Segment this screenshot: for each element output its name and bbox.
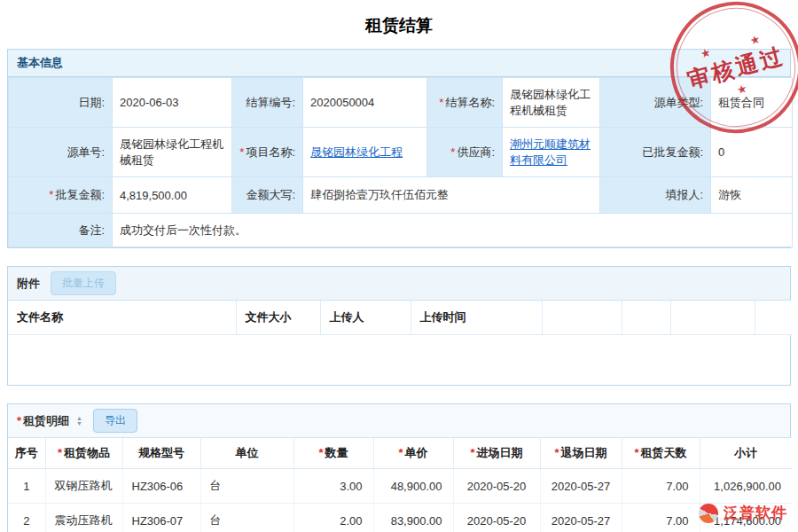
attach-col-filesize: 文件大小 (236, 301, 320, 335)
attach-col-empty (755, 301, 792, 335)
col-exit-date: *退场日期 (540, 438, 622, 469)
amount-words-label: 金额大写: (232, 177, 303, 214)
attach-col-filename: 文件名称 (8, 301, 236, 335)
approval-amount-label-text: 批复金额: (55, 188, 105, 201)
cell-enter-date: 2020-05-20 (453, 469, 540, 504)
required-asterisk: * (239, 145, 244, 159)
col-item: *租赁物品 (45, 438, 122, 469)
cell-days: 7.00 (622, 469, 700, 504)
col-subtotal: 小计 (700, 438, 792, 469)
cell-subtotal: 1,026,900.00 (700, 469, 792, 504)
source-no-label: 源单号: (9, 128, 113, 177)
attachments-header: 附件 批量上传 (8, 267, 790, 301)
cell-exit-date: 2020-05-27 (540, 504, 622, 532)
rental-detail-table: 序号 *租赁物品 规格型号 单位 *数量 *单价 *进场日期 *退场日期 *租赁… (8, 438, 792, 532)
fanpu-logo: 泛普软件 (699, 503, 787, 523)
cell-exit-date: 2020-05-27 (540, 469, 622, 504)
attachments-empty-area (8, 335, 790, 385)
approval-amount-value: 4,819,500.00 (113, 177, 232, 214)
export-button[interactable]: 导出 (93, 409, 137, 433)
reporter-value: 游恢 (711, 177, 793, 214)
rental-detail-title: *租赁明细 (17, 413, 69, 429)
col-price: *单价 (373, 438, 453, 469)
batch-upload-button[interactable]: 批量上传 (51, 271, 116, 295)
col-enter-date: *进场日期 (453, 438, 540, 469)
col-days: *租赁天数 (622, 438, 700, 469)
basic-info-header: 基本信息 (8, 50, 790, 77)
required-asterisk: * (17, 414, 21, 427)
source-type-value: 租赁合同 (711, 78, 793, 128)
required-asterisk: * (450, 145, 455, 159)
project-link[interactable]: 晟铭园林绿化工程 (310, 145, 403, 159)
fanpu-logo-icon (699, 504, 718, 523)
settle-no-value: 2020050004 (303, 78, 427, 128)
fanpu-logo-text: 泛普软件 (724, 503, 787, 523)
required-asterisk: * (398, 446, 403, 459)
attach-col-uploader: 上传人 (320, 301, 411, 335)
cell-qty: 2.00 (293, 504, 373, 532)
supplier-label: *供应商: (427, 128, 503, 177)
cell-item: 震动压路机 (45, 504, 122, 532)
required-asterisk: * (318, 446, 323, 459)
attach-col-empty (622, 301, 670, 335)
sort-down-icon: ▼ (76, 421, 82, 426)
cell-price: 83,900.00 (373, 504, 453, 532)
detail-row: 2 震动压路机 HZ306-07 台 2.00 83,900.00 2020-0… (8, 504, 792, 532)
project-label-text: 项目名称: (246, 145, 295, 159)
cell-qty: 3.00 (293, 469, 373, 504)
basic-info-section: 基本信息 日期: 2020-06-03 结算编号: 2020050004 *结算… (7, 49, 791, 248)
settle-name-label-text: 结算名称: (445, 96, 495, 109)
required-asterisk: * (49, 188, 53, 201)
col-enter-date-text: 进场日期 (477, 446, 523, 459)
col-seq: 序号 (8, 438, 45, 469)
supplier-label-text: 供应商: (457, 145, 495, 159)
required-asterisk: * (439, 96, 443, 109)
project-value: 晟铭园林绿化工程 (303, 128, 427, 177)
attach-col-uploadtime: 上传时间 (411, 301, 542, 335)
cell-spec: HZ306-06 (122, 469, 200, 504)
supplier-link[interactable]: 潮州元顺建筑材料有限公司 (510, 137, 591, 167)
cell-seq: 2 (8, 504, 45, 532)
rental-detail-section: *租赁明细 ▲▼ 导出 序号 *租赁物品 规格型号 单位 *数量 *单价 *进场… (7, 403, 791, 532)
sort-toggle-icon[interactable]: ▲▼ (76, 416, 82, 426)
cell-days: 7.00 (622, 504, 700, 532)
cell-enter-date: 2020-05-20 (453, 504, 540, 532)
page-title: 租赁结算 (0, 14, 798, 37)
attach-col-empty (670, 301, 755, 335)
required-asterisk: * (634, 446, 638, 459)
required-asterisk: * (58, 446, 62, 459)
attachments-title: 附件 (17, 276, 40, 292)
attachments-table: 文件名称 文件大小 上传人 上传时间 (8, 301, 792, 335)
date-label: 日期: (9, 78, 113, 128)
approved-amount-value: 0 (711, 128, 793, 177)
amount-words-value: 肆佰捌拾壹万玖仟伍佰元整 (303, 177, 600, 214)
rental-detail-header: *租赁明细 ▲▼ 导出 (8, 404, 790, 438)
approval-amount-label: *批复金额: (9, 177, 113, 214)
basic-info-form: 日期: 2020-06-03 结算编号: 2020050004 *结算名称: 晟… (8, 77, 793, 247)
col-qty: *数量 (293, 438, 373, 469)
remark-label: 备注: (9, 214, 113, 247)
detail-header-row: 序号 *租赁物品 规格型号 单位 *数量 *单价 *进场日期 *退场日期 *租赁… (8, 438, 792, 469)
settle-no-label: 结算编号: (232, 78, 303, 128)
cell-price: 48,900.00 (373, 469, 453, 504)
col-days-text: 租赁天数 (641, 446, 687, 459)
detail-row: 1 双钢压路机 HZ306-06 台 3.00 48,900.00 2020-0… (8, 469, 792, 504)
settle-name-label: *结算名称: (427, 78, 503, 128)
col-spec: 规格型号 (122, 438, 200, 469)
rental-settlement-page: 租赁结算 ★ ★ 审核通过 ★ 基本信息 日期: 2020-06-03 结算编号… (0, 14, 798, 532)
approved-amount-label: 已批复金额: (600, 128, 711, 177)
source-type-label: 源单类型: (600, 78, 711, 128)
attachments-section: 附件 批量上传 文件名称 文件大小 上传人 上传时间 (7, 266, 791, 386)
settle-name-value: 晟铭园林绿化工程机械租赁 (503, 78, 600, 128)
rental-detail-title-text: 租赁明细 (23, 414, 69, 427)
cell-unit: 台 (200, 504, 293, 532)
project-label: *项目名称: (232, 128, 303, 177)
col-qty-text: 数量 (325, 446, 348, 459)
col-unit: 单位 (200, 438, 293, 469)
col-item-text: 租赁物品 (64, 446, 110, 459)
date-value: 2020-06-03 (113, 78, 232, 128)
cell-item: 双钢压路机 (45, 469, 122, 504)
supplier-value: 潮州元顺建筑材料有限公司 (503, 128, 600, 177)
cell-spec: HZ306-07 (122, 504, 200, 532)
col-exit-date-text: 退场日期 (561, 446, 607, 459)
